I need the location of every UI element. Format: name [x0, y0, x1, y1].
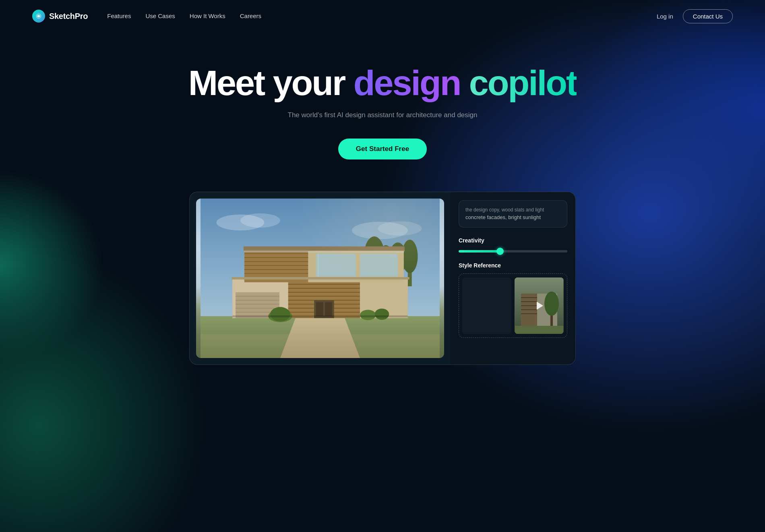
nav-right: Log in Contact Us: [657, 9, 733, 23]
cta-button[interactable]: Get Started Free: [338, 139, 427, 159]
hero-title: Meet your design copilot: [8, 64, 757, 101]
brand-name: SketchPro: [49, 12, 88, 21]
building-illustration: [196, 199, 444, 358]
logo-link[interactable]: SketchPro: [32, 10, 88, 23]
creativity-slider-thumb[interactable]: [496, 248, 504, 255]
demo-container: the design copy, wood slats and light co…: [0, 192, 765, 365]
play-icon[interactable]: [537, 302, 543, 310]
style-ref-empty-slot: [462, 277, 511, 334]
hero-title-prefix: Meet your: [188, 63, 354, 103]
logo-icon: [32, 10, 45, 23]
svg-rect-72: [515, 326, 563, 334]
svg-point-74: [544, 292, 559, 316]
hero-title-space: [460, 63, 469, 103]
nav-left: SketchPro Features Use Cases How It Work…: [32, 10, 261, 23]
demo-card: the design copy, wood slats and light co…: [189, 192, 576, 365]
style-ref-box[interactable]: [459, 273, 567, 338]
nav-link-how-it-works[interactable]: How It Works: [190, 12, 225, 19]
navbar: SketchPro Features Use Cases How It Work…: [0, 0, 765, 32]
hero-subtitle: The world's first AI design assistant fo…: [8, 111, 757, 119]
nav-link-use-cases[interactable]: Use Cases: [145, 12, 175, 19]
svg-rect-60: [201, 199, 440, 358]
building-scene: [196, 199, 444, 358]
demo-controls-panel: the design copy, wood slats and light co…: [451, 192, 575, 364]
style-ref-label: Style Reference: [459, 262, 567, 269]
nav-link-features[interactable]: Features: [107, 12, 131, 19]
demo-image-panel: [190, 192, 451, 364]
hero-title-copilot: copilot: [469, 63, 577, 103]
creativity-slider-track[interactable]: [459, 250, 567, 253]
svg-rect-61: [201, 334, 440, 358]
nav-link-careers[interactable]: Careers: [240, 12, 261, 19]
prompt-full: concrete facades, bright sunlight: [465, 213, 560, 221]
creativity-label: Creativity: [459, 237, 567, 244]
hero-title-design: design: [354, 63, 461, 103]
nav-item-use-cases[interactable]: Use Cases: [145, 12, 175, 20]
contact-button[interactable]: Contact Us: [683, 9, 733, 23]
demo-image-inner: [196, 199, 444, 358]
creativity-slider-fill: [459, 250, 500, 253]
nav-item-how-it-works[interactable]: How It Works: [190, 12, 225, 20]
style-ref-image: [515, 277, 564, 334]
prompt-truncated: the design copy, wood slats and light: [465, 206, 560, 213]
nav-item-careers[interactable]: Careers: [240, 12, 261, 20]
prompt-box: the design copy, wood slats and light co…: [459, 200, 567, 228]
nav-links: Features Use Cases How It Works Careers: [107, 12, 261, 20]
style-ref-section: Style Reference: [459, 262, 567, 338]
hero-section: Meet your design copilot The world's fir…: [0, 32, 765, 184]
creativity-section: Creativity: [459, 237, 567, 253]
login-button[interactable]: Log in: [657, 13, 673, 20]
nav-item-features[interactable]: Features: [107, 12, 131, 20]
